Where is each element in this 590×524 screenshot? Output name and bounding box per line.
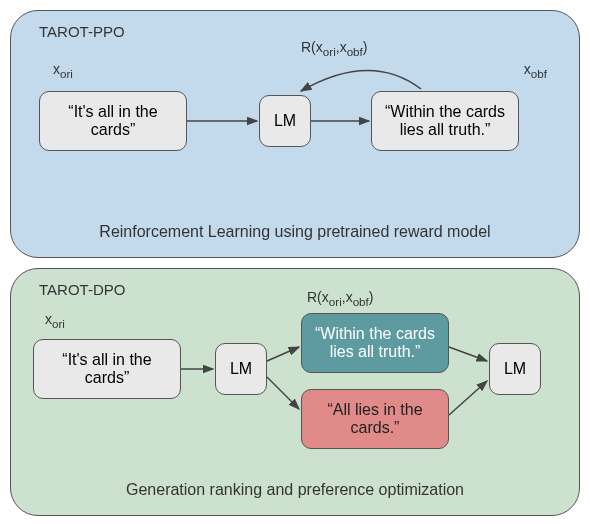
x-ori-sub: ori (60, 67, 73, 80)
ppo-x-obf-label: xobf (524, 61, 547, 80)
svg-line-6 (449, 381, 487, 415)
dr-mid: ,x (342, 289, 353, 305)
x-obf-sym: x (524, 61, 531, 77)
ppo-input-box: “It's all in the cards” (39, 91, 187, 151)
dpo-x-ori-label: xori (45, 311, 65, 330)
r-open: R(x (301, 39, 323, 55)
ppo-panel: TAROT-PPO xori xobf R(xori,xobf) “It's a… (10, 10, 580, 258)
ppo-lm-box: LM (259, 95, 311, 147)
r-close: ) (363, 39, 368, 55)
ppo-caption: Reinforcement Learning using pretrained … (11, 223, 579, 241)
dpo-lm2-label: LM (504, 360, 526, 378)
r-sub1: ori (323, 45, 336, 58)
dr-sub2: obf (353, 295, 369, 308)
dpo-candidate-bad: “All lies in the cards.” (301, 389, 449, 449)
svg-line-4 (267, 377, 299, 409)
dpo-panel: TAROT-DPO xori R(xori,xobf) “It's all in… (10, 268, 580, 516)
dpo-candidate-good: “Within the cards lies all truth.” (301, 313, 449, 373)
dpo-title: TAROT-DPO (39, 281, 125, 298)
ppo-input-text: “It's all in the cards” (46, 103, 180, 139)
dr-open: R(x (307, 289, 329, 305)
ppo-x-ori-label: xori (53, 61, 73, 80)
svg-line-3 (267, 347, 299, 361)
dr-close: ) (369, 289, 374, 305)
dpo-lm1-box: LM (215, 343, 267, 395)
dpo-caption: Generation ranking and preference optimi… (11, 481, 579, 499)
dpo-lm2-box: LM (489, 343, 541, 395)
ppo-output-box: “Within the cards lies all truth.” (371, 91, 519, 151)
dpo-lm1-label: LM (230, 360, 252, 378)
dpo-reward-label: R(xori,xobf) (307, 289, 374, 308)
dr-sub1: ori (329, 295, 342, 308)
dpo-x-ori-sub: ori (52, 317, 65, 330)
ppo-lm-label: LM (274, 112, 296, 130)
dpo-candidate-good-text: “Within the cards lies all truth.” (308, 325, 442, 361)
ppo-output-text: “Within the cards lies all truth.” (378, 103, 512, 139)
r-sub2: obf (347, 45, 363, 58)
ppo-title: TAROT-PPO (39, 23, 125, 40)
svg-line-5 (449, 347, 487, 361)
dpo-input-text: “It's all in the cards” (40, 351, 174, 387)
dpo-x-ori-sym: x (45, 311, 52, 327)
x-ori-sym: x (53, 61, 60, 77)
dpo-input-box: “It's all in the cards” (33, 339, 181, 399)
r-mid: ,x (336, 39, 347, 55)
dpo-candidate-bad-text: “All lies in the cards.” (308, 401, 442, 437)
ppo-reward-label: R(xori,xobf) (301, 39, 368, 58)
x-obf-sub: obf (531, 67, 547, 80)
